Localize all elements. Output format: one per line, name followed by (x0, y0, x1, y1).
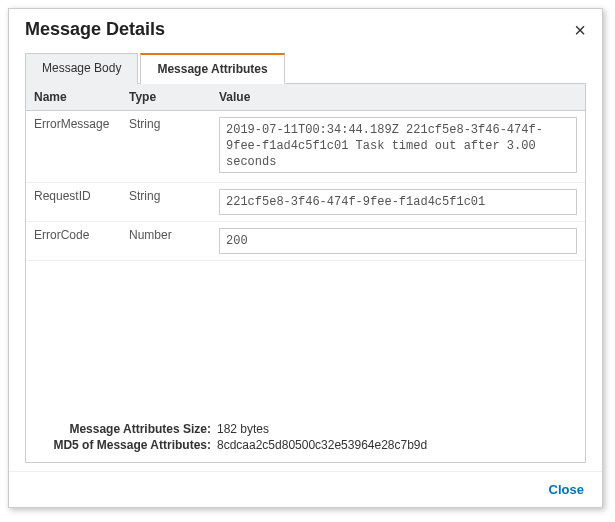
attributes-table: Name Type Value ErrorMessage String R (26, 84, 585, 261)
attributes-table-area: Name Type Value ErrorMessage String R (26, 84, 585, 412)
dialog-title: Message Details (25, 19, 165, 40)
meta-row-md5: MD5 of Message Attributes: 8cdcaa2c5d805… (42, 438, 569, 452)
attr-name: RequestID (26, 183, 121, 222)
dialog-footer: Close (9, 471, 602, 507)
meta-row-size: Message Attributes Size: 182 bytes (42, 422, 569, 436)
attr-value-field[interactable] (219, 117, 577, 173)
tab-bar: Message Body Message Attributes (25, 52, 586, 84)
attr-name: ErrorCode (26, 222, 121, 261)
col-header-value: Value (211, 84, 585, 111)
meta-md5-value: 8cdcaa2c5d80500c32e53964e28c7b9d (217, 438, 427, 452)
attr-name: ErrorMessage (26, 111, 121, 183)
meta-md5-label: MD5 of Message Attributes: (42, 438, 217, 452)
dialog-header: Message Details × (9, 9, 602, 48)
meta-size-label: Message Attributes Size: (42, 422, 217, 436)
attr-value-field[interactable] (219, 228, 577, 254)
tab-message-body[interactable]: Message Body (25, 53, 138, 84)
attr-value-field[interactable] (219, 189, 577, 215)
col-header-name: Name (26, 84, 121, 111)
table-row: ErrorCode Number (26, 222, 585, 261)
attr-type: String (121, 111, 211, 183)
attr-type: String (121, 183, 211, 222)
message-details-dialog: Message Details × Message Body Message A… (8, 8, 603, 508)
table-row: ErrorMessage String (26, 111, 585, 183)
close-icon[interactable]: × (574, 20, 586, 40)
meta-size-value: 182 bytes (217, 422, 269, 436)
close-button[interactable]: Close (549, 482, 584, 497)
tab-message-attributes[interactable]: Message Attributes (140, 53, 284, 84)
table-row: RequestID String (26, 183, 585, 222)
metadata-block: Message Attributes Size: 182 bytes MD5 o… (26, 412, 585, 462)
col-header-type: Type (121, 84, 211, 111)
tab-content: Name Type Value ErrorMessage String R (25, 84, 586, 463)
attr-type: Number (121, 222, 211, 261)
